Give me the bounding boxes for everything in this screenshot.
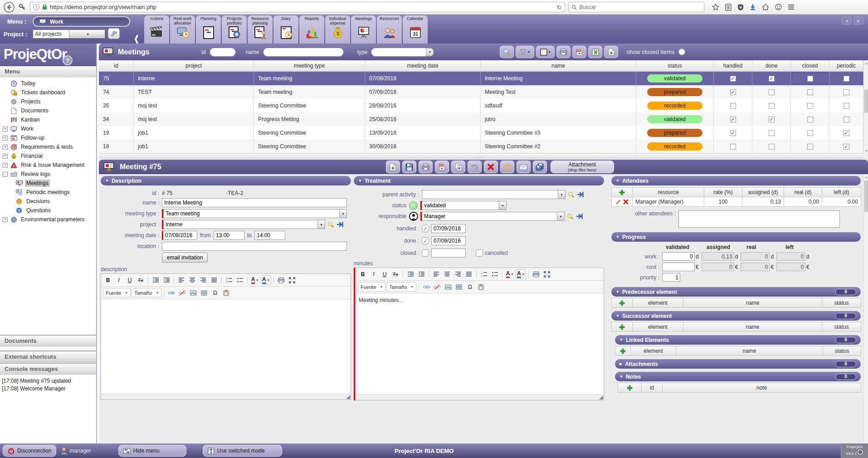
expand-triangle-icon[interactable]: ▶	[619, 362, 622, 366]
underline-button[interactable]: U	[125, 275, 135, 285]
treatment-section-header[interactable]: ▼ Treatment	[354, 176, 604, 185]
delete-button[interactable]	[484, 161, 498, 173]
status-badge[interactable]: validated	[647, 115, 702, 123]
url-bar[interactable]: i https://demo.projeqtor.org/view/main.p…	[30, 2, 565, 12]
collapse-triangle-icon[interactable]: ▼	[619, 375, 623, 379]
link-icon[interactable]	[166, 288, 176, 297]
indent-icon[interactable]	[161, 275, 171, 285]
responsible-select[interactable]: ▼	[420, 212, 565, 221]
done-checkbox[interactable]	[769, 117, 775, 122]
collapse-toggle[interactable]: -	[3, 172, 8, 177]
description-editor-content[interactable]	[101, 299, 351, 394]
closed-checkbox[interactable]	[807, 76, 813, 82]
email-invitation-button[interactable]: email invitation	[162, 253, 208, 263]
responsible-search-icon[interactable]	[567, 213, 574, 220]
closed-checkbox[interactable]	[807, 89, 813, 95]
sidebar-item-periodic-meetings[interactable]: Periodic meetings	[0, 188, 96, 197]
image-icon[interactable]	[188, 288, 198, 297]
sidebar-item-risk-issue[interactable]: + ! Risk & Issue Management	[0, 161, 96, 170]
handled-checkbox[interactable]	[730, 144, 736, 150]
list-columns-button[interactable]: ▼	[536, 46, 555, 58]
unlink-icon[interactable]	[177, 288, 187, 297]
context-work-button[interactable]: Work	[33, 16, 130, 27]
align-right-icon[interactable]	[453, 269, 463, 279]
status-badge[interactable]: prepared	[647, 129, 702, 137]
tab-reports[interactable]: Reports	[299, 15, 324, 44]
show-closed-checkbox[interactable]	[678, 49, 685, 55]
done-checkbox[interactable]	[769, 89, 775, 95]
priority-field[interactable]	[662, 273, 680, 282]
handled-checkbox[interactable]	[730, 89, 736, 95]
project-selector[interactable]: All projects ▼	[33, 29, 105, 39]
font-dropdown[interactable]: Fuente▼	[358, 282, 385, 292]
handled-checkbox[interactable]	[730, 103, 736, 109]
sidebar-item-meetings[interactable]: Meetings	[0, 179, 96, 188]
browser-search[interactable]	[568, 2, 704, 12]
tab-planning[interactable]: Planning	[196, 15, 221, 44]
url-text[interactable]: https://demo.projeqtor.org/view/main.php	[50, 4, 554, 10]
save-all-button[interactable]	[533, 161, 547, 173]
resize-handle[interactable]	[599, 395, 603, 400]
disconnect-button[interactable]: Disconnection	[3, 445, 56, 457]
sidebar-item-documents[interactable]: Documents	[0, 106, 96, 115]
delete-attendee-icon[interactable]	[623, 199, 629, 205]
attendee-resource[interactable]: Manager (Manager)	[633, 197, 704, 207]
remove-format-button[interactable]: Tx	[390, 269, 400, 279]
attendee-left[interactable]: 0,00	[822, 197, 861, 207]
handled-checkbox[interactable]	[422, 225, 429, 232]
expand-toggle[interactable]: +	[3, 136, 8, 141]
sidebar-item-follow-up[interactable]: + Follow-up	[0, 133, 96, 142]
editor-print-icon[interactable]	[276, 275, 286, 285]
ordered-list-icon[interactable]: 1.2.	[479, 269, 489, 279]
table-row[interactable]: 75 Interne Team meeting 07/09/2016 Inter…	[99, 72, 863, 85]
type-dropdown-icon[interactable]: ▼	[426, 48, 434, 56]
table-icon[interactable]	[199, 288, 209, 297]
expand-toggle[interactable]: +	[3, 145, 8, 150]
https-lock-icon[interactable]	[42, 4, 47, 10]
tab-actions[interactable]: Actions	[144, 15, 169, 44]
add-predecessor-button[interactable]	[612, 298, 633, 308]
key-icon[interactable]	[18, 3, 27, 12]
menu-hamburger-icon[interactable]	[788, 4, 795, 10]
email-button[interactable]	[517, 161, 531, 173]
list-filter-button[interactable]: ▼	[516, 46, 534, 58]
col-id[interactable]: id	[99, 60, 134, 71]
table-row[interactable]: 35 moj test Steering Committee 28/08/201…	[99, 99, 863, 112]
scrollbar-thumb[interactable]	[864, 89, 868, 113]
col-done[interactable]: done	[752, 60, 791, 71]
sidebar-item-financial[interactable]: + $ Financial	[0, 151, 96, 161]
align-center-icon[interactable]	[442, 269, 452, 279]
list-new-button[interactable]	[604, 46, 618, 58]
paste-icon[interactable]	[221, 288, 231, 297]
panel-console-messages[interactable]: Console messages	[0, 363, 96, 375]
align-center-icon[interactable]	[187, 275, 197, 285]
sidebar-item-tickets-dashboard[interactable]: Tickets dashboard	[0, 88, 96, 97]
collapse-triangle-icon[interactable]: ▼	[358, 179, 362, 183]
font-dropdown[interactable]: Fuente▼	[103, 288, 131, 297]
col-meeting-date[interactable]: meeting date	[365, 60, 481, 71]
notes-section-header[interactable]: ▼ Notes 0	[615, 372, 861, 381]
done-checkbox[interactable]	[769, 144, 775, 150]
text-color-button[interactable]: A▼	[505, 269, 515, 279]
tab-calendar[interactable]: Calendar 31	[403, 15, 428, 44]
bg-color-button[interactable]: A▼	[261, 275, 271, 285]
status-badge[interactable]: recorded	[647, 142, 702, 151]
shield-icon[interactable]	[737, 4, 744, 11]
project-dropdown-icon[interactable]: ▼	[69, 30, 105, 38]
undo-button[interactable]	[468, 161, 482, 173]
tab-resource-planning[interactable]: Resource planning	[248, 15, 273, 44]
collapse-triangle-icon[interactable]: ▼	[616, 179, 619, 183]
status-badge[interactable]: prepared	[647, 88, 702, 96]
meeting-date-field[interactable]	[162, 231, 197, 240]
description-section-header[interactable]: ▼ Description	[101, 176, 351, 185]
add-attendee-button[interactable]	[612, 188, 633, 197]
progress-section-header[interactable]: ▼ Progress	[611, 232, 861, 242]
time-to-field[interactable]	[254, 231, 285, 240]
table-icon[interactable]	[454, 282, 464, 292]
closed-checkbox[interactable]	[807, 130, 813, 136]
history-forward-button[interactable]: ►	[853, 17, 863, 24]
collapse-triangle-icon[interactable]: ▼	[616, 314, 619, 318]
attendees-section-header[interactable]: ▼ Attendees	[611, 176, 861, 185]
editor-print-icon[interactable]	[531, 269, 541, 279]
col-project[interactable]: project	[134, 60, 254, 71]
